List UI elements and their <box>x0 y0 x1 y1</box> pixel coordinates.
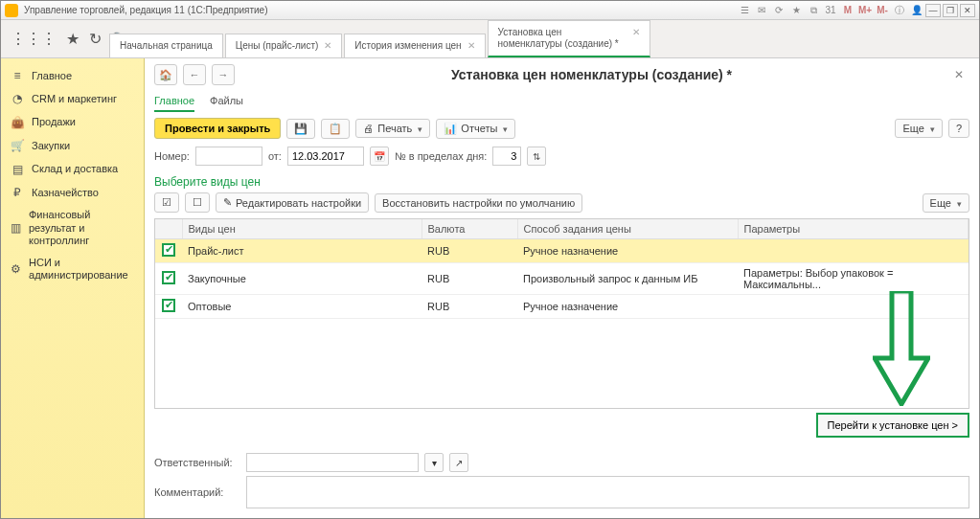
sidebar-fin-label: Финансовый результат и контроллинг <box>29 209 134 247</box>
comment-textarea[interactable] <box>246 476 969 508</box>
tb-info-icon[interactable]: ⓘ <box>893 4 906 17</box>
apps-icon[interactable]: ⋮⋮⋮ <box>11 30 57 48</box>
more-button[interactable]: Еще <box>895 119 942 138</box>
responsible-input[interactable] <box>246 453 419 472</box>
restore-defaults-button[interactable]: Восстановить настройки по умолчанию <box>375 193 582 213</box>
more2-button[interactable]: Еще <box>923 193 969 213</box>
sidebar-nsi[interactable]: ⚙НСИ и администрирование <box>1 252 144 286</box>
print-button[interactable]: 🖨 Печать <box>355 119 430 138</box>
sidebar-treasury-icon: ₽ <box>11 186 24 199</box>
tab-label: Установка цен номенклатуры (создание) * <box>498 27 627 50</box>
post-button[interactable]: 📋 <box>321 119 350 139</box>
sidebar-sales-icon: 👜 <box>11 116 24 129</box>
cell-method: Ручное назначение <box>517 239 738 263</box>
subtab-files[interactable]: Файлы <box>210 91 243 112</box>
row-checkbox[interactable] <box>162 243 175 257</box>
cell-name: Закупочные <box>182 263 422 295</box>
tab-close-icon[interactable]: ✕ <box>324 40 331 52</box>
go-to-prices-button[interactable]: Перейти к установке цен > <box>816 413 969 438</box>
tb-icon-3[interactable]: ⟳ <box>772 4 786 17</box>
titlebar-text: Управление торговлей, редакция 11 (1С:Пр… <box>24 5 268 15</box>
row-checkbox[interactable] <box>162 299 175 312</box>
tab-3[interactable]: Установка цен номенклатуры (создание) *✕ <box>488 20 650 57</box>
tb-mminus[interactable]: M- <box>876 4 889 17</box>
sidebar-purchases[interactable]: 🛒Закупки <box>1 134 144 157</box>
table-row[interactable]: ОптовыеRUBРучное назначение <box>155 295 969 319</box>
col-check <box>155 219 182 239</box>
date-input[interactable] <box>287 147 364 166</box>
cell-params: Параметры: Выбор упаковок = Максимальны.… <box>738 263 969 295</box>
col-params: Параметры <box>738 219 969 239</box>
tb-user-icon[interactable]: 👤 <box>910 4 923 17</box>
tab-1[interactable]: Цены (прайс-лист)✕ <box>225 34 343 57</box>
subtab-main[interactable]: Главное <box>154 91 194 112</box>
doc-title: Установка цен номенклатуры (создание) * <box>240 67 943 82</box>
tb-icon-2[interactable]: ✉ <box>755 4 768 17</box>
star-icon[interactable]: ★ <box>66 30 80 48</box>
sidebar-purchases-label: Закупки <box>32 140 70 152</box>
sidebar-fin[interactable]: ▥Финансовый результат и контроллинг <box>1 204 144 252</box>
sidebar-sales[interactable]: 👜Продажи <box>1 111 144 134</box>
window-maximize[interactable]: ❐ <box>943 4 958 17</box>
tb-m[interactable]: M <box>841 4 855 17</box>
sidebar-nsi-icon: ⚙ <box>11 262 21 276</box>
sidebar-treasury[interactable]: ₽Казначейство <box>1 181 144 204</box>
tb-icon-6[interactable]: 31 <box>824 4 837 17</box>
uncheck-all-button[interactable]: ☐ <box>185 192 210 213</box>
number-input[interactable] <box>195 147 262 166</box>
close-doc[interactable]: ✕ <box>948 68 969 81</box>
save-button[interactable]: 💾 <box>286 119 315 139</box>
forward-button[interactable]: → <box>212 64 235 85</box>
post-and-close-button[interactable]: Провести и закрыть <box>154 118 281 139</box>
sidebar-crm[interactable]: ◔CRM и маркетинг <box>1 87 144 110</box>
sidebar-warehouse[interactable]: ▤Склад и доставка <box>1 158 144 181</box>
date-label: от: <box>268 150 282 162</box>
tb-icon-5[interactable]: ⧉ <box>807 4 820 17</box>
tab-0[interactable]: Начальная страница <box>109 34 223 57</box>
cell-currency: RUB <box>422 239 517 263</box>
tb-mplus[interactable]: M+ <box>858 4 872 17</box>
check-all-button[interactable]: ☑ <box>154 192 179 213</box>
price-types-table: Виды цен Валюта Способ задания цены Пара… <box>154 218 969 409</box>
tb-icon-1[interactable]: ☰ <box>738 4 751 17</box>
tab-label: Цены (прайс-лист) <box>236 40 319 52</box>
sidebar-fin-icon: ▥ <box>11 221 21 235</box>
withinday-label: № в пределах дня: <box>395 150 487 162</box>
window-minimize[interactable]: — <box>925 4 941 17</box>
content: 🏠 ← → Установка цен номенклатуры (создан… <box>145 58 979 518</box>
tab-2[interactable]: История изменения цен✕ <box>344 34 485 57</box>
cell-name: Прайс-лист <box>182 239 422 263</box>
withinday-stepper[interactable]: ⇅ <box>527 147 546 166</box>
cell-currency: RUB <box>422 263 517 295</box>
sidebar-treasury-label: Казначейство <box>32 187 99 199</box>
cell-currency: RUB <box>422 295 517 319</box>
sidebar-purchases-icon: 🛒 <box>11 139 24 152</box>
reports-button[interactable]: 📊 Отчеты <box>436 119 515 139</box>
tab-close-icon[interactable]: ✕ <box>467 40 475 52</box>
back-button[interactable]: ← <box>183 64 206 85</box>
edit-settings-button[interactable]: ✎ Редактировать настройки <box>216 192 369 213</box>
sidebar-main[interactable]: ≡Главное <box>1 64 144 87</box>
titlebar-tools: ☰ ✉ ⟳ ★ ⧉ 31 M M+ M- ⓘ 👤 <box>738 4 923 17</box>
tb-icon-4[interactable]: ★ <box>789 4 803 17</box>
row-checkbox[interactable] <box>162 271 175 284</box>
print-label: Печать <box>377 123 412 134</box>
tab-label: История изменения цен <box>354 40 461 52</box>
history-icon[interactable]: ↻ <box>89 30 102 48</box>
tab-close-icon[interactable]: ✕ <box>632 27 640 38</box>
help-button[interactable]: ? <box>948 119 969 138</box>
tabs-row: ⋮⋮⋮ ★ ↻ 🔍 Начальная страницаЦены (прайс-… <box>1 20 979 58</box>
responsible-select[interactable]: ▾ <box>424 453 444 472</box>
responsible-open[interactable]: ↗ <box>449 453 468 472</box>
table-row[interactable]: Прайс-листRUBРучное назначение <box>155 239 969 263</box>
cell-method: Произвольный запрос к данным ИБ <box>517 263 738 295</box>
window-close[interactable]: ✕ <box>960 4 975 17</box>
home-button[interactable]: 🏠 <box>154 64 177 85</box>
more2-label: Еще <box>930 197 951 209</box>
withinday-input[interactable] <box>492 147 521 166</box>
app-icon <box>5 4 18 17</box>
sidebar-sales-label: Продажи <box>32 116 76 128</box>
calendar-icon[interactable]: 📅 <box>370 147 389 166</box>
table-row[interactable]: ЗакупочныеRUBПроизвольный запрос к данны… <box>155 263 969 295</box>
sidebar-main-label: Главное <box>32 70 72 82</box>
